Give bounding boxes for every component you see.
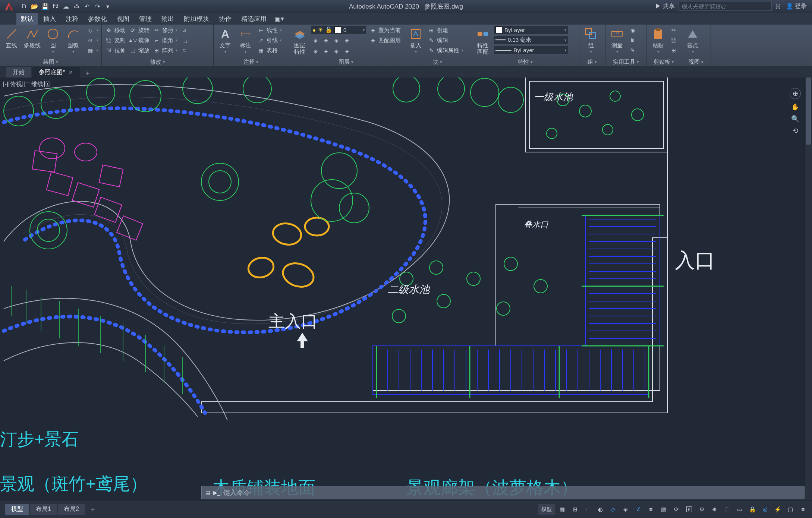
- table-button[interactable]: ▦表格: [256, 45, 283, 55]
- draw-misc-1[interactable]: ◇▾: [85, 25, 99, 35]
- status-transparency-icon[interactable]: ▨: [658, 504, 669, 515]
- layer-mini-1[interactable]: ◈: [311, 35, 320, 45]
- layer-mini-5[interactable]: ◈: [311, 46, 320, 56]
- new-icon[interactable]: 🗋: [19, 2, 29, 11]
- fillet-button[interactable]: ⌐圆角▾: [152, 35, 178, 45]
- status-osnap-track-icon[interactable]: ∠: [633, 504, 643, 515]
- layer-mini-8[interactable]: ◈: [342, 46, 352, 56]
- save-icon[interactable]: 💾: [40, 2, 50, 11]
- circle-button[interactable]: 圆▾: [44, 25, 62, 54]
- command-line[interactable]: ▤ ▶_ 键入命令: [201, 486, 805, 499]
- layer-mini-2[interactable]: ◈: [321, 35, 331, 45]
- make-current-button[interactable]: ◈置为当前: [368, 25, 402, 35]
- status-ortho-icon[interactable]: ∟: [582, 504, 593, 515]
- infocenter-icon[interactable]: ℍ: [774, 3, 782, 10]
- linetype-combo[interactable]: ────ByLayer▾: [494, 45, 568, 54]
- cut-icon[interactable]: ✂: [669, 25, 679, 35]
- base-button[interactable]: 基点▾: [683, 25, 702, 54]
- edit-block-button[interactable]: ✎编辑: [427, 35, 464, 45]
- color-combo[interactable]: ByLayer▾: [494, 25, 568, 34]
- status-isolate-icon[interactable]: ◎: [760, 504, 770, 515]
- status-cycling-icon[interactable]: ⟳: [671, 504, 682, 515]
- redo-icon[interactable]: ↷: [92, 2, 102, 11]
- edit-attr-button[interactable]: ✎编辑属性▾: [427, 45, 464, 55]
- status-grid-icon[interactable]: ▦: [557, 504, 567, 515]
- web-open-icon[interactable]: ☁: [61, 2, 71, 11]
- status-quickprops-icon[interactable]: ▭: [734, 504, 745, 515]
- status-mode-button[interactable]: 模型: [538, 504, 555, 515]
- arc-button[interactable]: 圆弧▾: [64, 25, 82, 54]
- saveas-icon[interactable]: 🖫: [51, 2, 60, 11]
- layer-mini-6[interactable]: ◈: [321, 46, 331, 56]
- plot-icon[interactable]: 🖶: [72, 2, 81, 11]
- status-workspace-icon[interactable]: ⚙: [696, 504, 707, 515]
- trim-button[interactable]: ✂修剪▾: [152, 25, 178, 35]
- ribbon-tab-parametric[interactable]: 参数化: [84, 13, 111, 25]
- layer-mini-4[interactable]: ◈: [342, 35, 352, 45]
- navbar-compass-icon[interactable]: ⊕: [790, 88, 801, 99]
- doctab-start[interactable]: 开始: [6, 67, 31, 78]
- line-button[interactable]: 直线: [2, 25, 21, 50]
- draw-misc-2[interactable]: ⊙▾: [85, 35, 99, 45]
- modify-misc-3[interactable]: ⊆: [180, 45, 189, 55]
- status-clean-icon[interactable]: ▢: [785, 504, 796, 515]
- navbar-pan-icon[interactable]: ✋: [791, 103, 799, 111]
- array-button[interactable]: ⊞阵列▾: [152, 45, 178, 55]
- status-polar-icon[interactable]: ◐: [595, 504, 605, 515]
- group-button[interactable]: 组▾: [582, 25, 600, 54]
- linetype-button[interactable]: ⊢线性▾: [256, 25, 283, 35]
- draw-misc-3[interactable]: ▦▾: [85, 45, 99, 55]
- layer-combo[interactable]: ●☀🔓0▾: [311, 25, 366, 34]
- layout-tab-2[interactable]: 布局2: [58, 504, 85, 515]
- status-snap-icon[interactable]: ⊞: [570, 504, 580, 515]
- scale-button[interactable]: ◱缩放: [128, 45, 150, 55]
- measure-button[interactable]: 测量▾: [608, 25, 626, 54]
- ribbon-tab-annotate[interactable]: 注释: [61, 13, 83, 25]
- copy-button[interactable]: ⿻复制: [104, 35, 126, 45]
- mirror-button[interactable]: ▲▽镜像: [128, 35, 150, 45]
- layer-mini-7[interactable]: ◈: [331, 46, 341, 56]
- modify-misc-2[interactable]: ⬚: [180, 35, 189, 45]
- ribbon-tab-view[interactable]: 视图: [112, 13, 134, 25]
- ribbon-tab-home[interactable]: 默认: [16, 13, 38, 25]
- leader-button[interactable]: ↗引线▾: [256, 35, 283, 45]
- paste-button[interactable]: 粘贴▾: [649, 25, 667, 54]
- ribbon-tab-manage[interactable]: 管理: [135, 13, 156, 25]
- layout-tab-1[interactable]: 布局1: [30, 504, 57, 515]
- clip-misc-icon[interactable]: ⊞: [669, 45, 679, 55]
- new-tab-icon[interactable]: ＋: [81, 69, 95, 78]
- undo-icon[interactable]: ↶: [82, 2, 92, 11]
- modify-misc-1[interactable]: ⊿: [180, 25, 189, 35]
- command-history-icon[interactable]: ▤: [205, 490, 210, 496]
- util-mini-2[interactable]: 🖩: [628, 35, 638, 45]
- search-input[interactable]: 键入关键字或短语: [679, 2, 772, 11]
- share-button[interactable]: ▶ 共享: [654, 3, 676, 10]
- status-3dosnap-icon[interactable]: ◈: [620, 504, 631, 515]
- login-button[interactable]: 👤 登录: [784, 3, 808, 10]
- new-layout-icon[interactable]: ＋: [86, 505, 100, 514]
- close-tab-icon[interactable]: ✕: [69, 69, 73, 75]
- insert-block-button[interactable]: 插入▾: [406, 25, 425, 54]
- match-properties-button[interactable]: 特性 匹配: [473, 25, 492, 56]
- app-logo[interactable]: [1, 0, 16, 13]
- doctab-file[interactable]: 参照底图*✕: [32, 67, 80, 78]
- status-anno-monitor-icon[interactable]: ⊕: [709, 504, 720, 515]
- util-mini-3[interactable]: ✎: [628, 45, 638, 55]
- ribbon-tab-featured[interactable]: 精选应用: [237, 13, 271, 25]
- polyline-button[interactable]: 多段线: [22, 25, 42, 50]
- ribbon-tab-collab[interactable]: 协作: [214, 13, 236, 25]
- dimension-button[interactable]: 标注▾: [236, 25, 255, 54]
- status-anno-icon[interactable]: 🄰: [684, 504, 694, 515]
- status-lock-ui-icon[interactable]: 🔒: [747, 504, 758, 515]
- viewport-label[interactable]: [-][俯视][二维线框]: [3, 80, 51, 88]
- ribbon-tab-addins[interactable]: 附加模块: [179, 13, 214, 25]
- scrollbar-thumb[interactable]: [806, 78, 811, 145]
- lineweight-combo[interactable]: ━━━0.13 毫米▾: [494, 35, 568, 44]
- qat-dropdown-icon[interactable]: ▾: [103, 2, 113, 11]
- ribbon-tab-insert[interactable]: 插入: [39, 13, 60, 25]
- rotate-button[interactable]: ⟳旋转: [128, 25, 150, 35]
- move-button[interactable]: ✥移动: [104, 25, 126, 35]
- copy-clip-icon[interactable]: ⿻: [669, 35, 679, 45]
- ribbon-tab-more-icon[interactable]: ▣▾: [272, 13, 287, 24]
- status-customize-icon[interactable]: ≡: [798, 504, 808, 515]
